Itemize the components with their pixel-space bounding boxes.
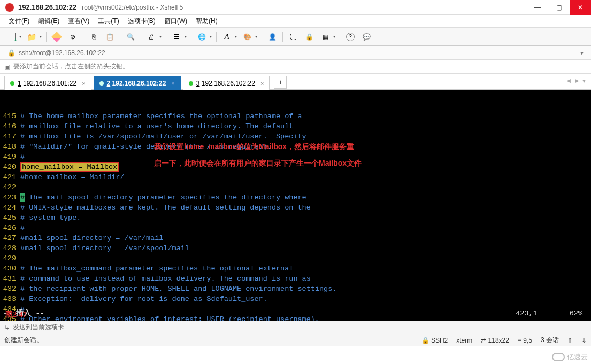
menu-view[interactable]: 查看(V) <box>65 16 93 27</box>
terminal-line: 417# mailbox file is /var/spool/mail/use… <box>0 131 589 142</box>
menu-help[interactable]: 帮助(H) <box>193 16 221 27</box>
line-number: 419 <box>0 152 20 162</box>
font-button[interactable] <box>221 31 233 43</box>
terminal-line: 427#mail_spool_directory = /var/mail <box>0 233 589 243</box>
line-number: 424 <box>0 203 20 213</box>
color-scheme-button[interactable] <box>241 31 253 43</box>
line-number: 418 <box>0 142 20 152</box>
line-text: # <box>20 152 25 162</box>
line-number: 429 <box>0 253 20 264</box>
user-key-button[interactable] <box>266 31 278 43</box>
reconnect-button[interactable] <box>51 31 63 43</box>
tab-close-icon[interactable]: × <box>171 80 174 87</box>
props-dropdown-icon[interactable]: ▾ <box>185 34 187 39</box>
session-tab-1[interactable]: 1 192.168.26.101:22 × <box>4 76 91 90</box>
properties-button[interactable] <box>171 31 182 43</box>
line-text: # The mail_spool_directory parameter spe… <box>20 192 306 203</box>
color-dropdown-icon[interactable]: ▾ <box>255 34 257 39</box>
terminal-line: 431# command to use instead of mailbox d… <box>0 274 589 284</box>
line-number: 421 <box>0 172 20 182</box>
terminal-line: 416# mailbox file relative to a user's h… <box>0 121 589 131</box>
session-tab-3[interactable]: 3 192.168.26.102:22 × <box>183 76 270 90</box>
status-sync-down-icon[interactable]: ⇓ <box>581 337 587 344</box>
tile-windows-button[interactable] <box>319 31 331 43</box>
status-term-type: xterm <box>456 337 472 344</box>
line-number: 420 <box>0 162 20 172</box>
session-tab-2[interactable]: 2 192.168.26.102:22 × <box>94 76 181 90</box>
tab-scroll-right-icon[interactable] <box>574 77 580 84</box>
fullscreen-button[interactable] <box>287 31 299 43</box>
line-text: # mailbox file relative to a user's home… <box>20 121 293 131</box>
watermark-text: 亿速云 <box>567 352 588 362</box>
terminal-line: 433# Exception: delivery for root is don… <box>0 294 589 304</box>
address-text[interactable]: ssh://root@192.168.26.102:22 <box>19 49 580 57</box>
line-number: 417 <box>0 131 20 142</box>
feedback-button[interactable] <box>360 31 372 43</box>
address-dropdown-icon[interactable]: ▾ <box>580 49 584 57</box>
compose-bar[interactable]: ↳ 发送到当前选项卡 <box>0 321 591 334</box>
menu-tools[interactable]: 工具(T) <box>95 16 122 27</box>
help-button[interactable] <box>344 31 356 43</box>
toolbar: ▾ ▾ ▾ ▾ ▾ ▾ ▾ ▾ <box>0 28 591 46</box>
maximize-button[interactable] <box>548 0 570 15</box>
line-text: # the recipient with proper HOME, SHELL … <box>20 284 336 294</box>
copy-button[interactable] <box>88 31 99 43</box>
status-message: 创建新会话。 <box>4 336 43 345</box>
window-title-sub: root@vms002:/etc/postfix - Xshell 5 <box>82 4 183 11</box>
toolbar-separator <box>166 32 166 42</box>
line-number: 426 <box>0 223 20 233</box>
menubar: 文件(F) 编辑(E) 查看(V) 工具(T) 选项卡(B) 窗口(W) 帮助(… <box>0 15 591 28</box>
tab-close-icon[interactable]: × <box>82 80 85 87</box>
line-number: 431 <box>0 274 20 284</box>
lock-terminal-button[interactable] <box>303 31 315 43</box>
compose-hint: 发送到当前选项卡 <box>13 323 64 332</box>
new-session-button[interactable] <box>5 31 17 43</box>
minimize-button[interactable] <box>527 0 548 15</box>
window-title-main: 192.168.26.102:22 <box>18 3 76 11</box>
menu-file[interactable]: 文件(F) <box>5 16 33 27</box>
line-text: home_mailbox = Mailbox <box>20 162 119 172</box>
tab-list-dropdown-icon[interactable]: ▾ <box>582 77 586 84</box>
encoding-dropdown-icon[interactable]: ▾ <box>210 34 212 39</box>
terminal-line: 423# The mail_spool_directory parameter … <box>0 192 589 203</box>
status-cursor: ≡ 9,5 <box>518 337 532 344</box>
open-button[interactable] <box>26 31 37 43</box>
terminal-line: 421#home_mailbox = Maildir/ <box>0 172 589 182</box>
encoding-button[interactable] <box>196 31 208 43</box>
tab-close-icon[interactable]: × <box>260 80 264 87</box>
print-button[interactable] <box>145 31 157 43</box>
add-session-arrow-icon[interactable]: ▣ <box>4 63 10 71</box>
tab-scroll-left-icon[interactable] <box>565 77 572 84</box>
window-titlebar: 192.168.26.102:22 root@vms002:/etc/postf… <box>0 0 591 15</box>
terminal-line: 425# system type. <box>0 213 589 223</box>
annotation-overlay-2: 启一下，此时便会在所有用户的家目录下产生一个Mailbox文件 <box>154 158 362 168</box>
terminal-line: 415# The home_mailbox parameter specifie… <box>0 111 589 121</box>
close-button[interactable] <box>570 0 591 15</box>
tile-dropdown-icon[interactable]: ▾ <box>333 34 335 39</box>
tab-scroll-arrows: ▾ <box>565 77 586 84</box>
menu-window[interactable]: 窗口(W) <box>161 16 190 27</box>
tip-text: 要添加当前会话，点击左侧的箭头按钮。 <box>13 62 129 71</box>
line-text: #mail_spool_directory = /var/spool/mail <box>20 243 189 253</box>
font-dropdown-icon[interactable]: ▾ <box>235 34 237 39</box>
toolbar-separator <box>83 32 83 42</box>
menu-edit[interactable]: 编辑(E) <box>35 16 63 27</box>
terminal-output[interactable]: 415# The home_mailbox parameter specifie… <box>0 90 591 321</box>
disconnect-button[interactable] <box>67 31 79 43</box>
cloud-icon <box>552 353 565 361</box>
open-dropdown-icon[interactable]: ▾ <box>40 34 42 39</box>
paste-button[interactable] <box>104 31 116 43</box>
app-icon <box>5 3 14 12</box>
new-dropdown-icon[interactable]: ▾ <box>19 34 21 39</box>
print-dropdown-icon[interactable]: ▾ <box>159 34 162 39</box>
terminal-line: 430# The mailbox_command parameter speci… <box>0 264 589 274</box>
tab-label: 2 192.168.26.102:22 <box>107 80 166 87</box>
terminal-line: 422 <box>0 182 589 192</box>
new-tab-button[interactable]: + <box>274 76 287 89</box>
line-number: 428 <box>0 243 20 253</box>
status-sync-up-icon[interactable]: ⇑ <box>567 337 573 344</box>
line-text: # <box>20 223 25 233</box>
toolbar-separator <box>120 32 120 42</box>
menu-tabs[interactable]: 选项卡(B) <box>125 16 159 27</box>
search-button[interactable] <box>125 31 136 43</box>
